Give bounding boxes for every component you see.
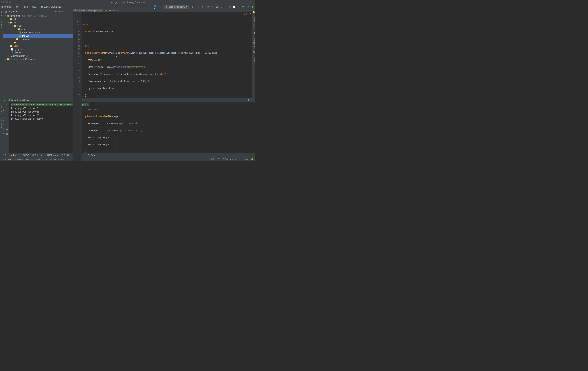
warning-icon: ⚠ (243, 13, 245, 15)
run-button[interactable]: ▶ (191, 6, 194, 8)
stop-button[interactable]: ■ (211, 6, 213, 8)
ide-update-icon[interactable]: ◐ (251, 6, 254, 8)
ide-settings-icon[interactable]: ⚙ (246, 6, 249, 8)
vcs-update-icon[interactable]: ↙ (220, 6, 223, 8)
close-tab-icon[interactable]: × (100, 9, 101, 11)
tool-todo[interactable]: ☰TODO (21, 154, 29, 156)
select-opened-file-icon[interactable]: ⊕ (55, 10, 57, 13)
vcs-rollback-icon[interactable]: ↶ (237, 6, 240, 8)
run-config-name[interactable]: LocalHistoryShow (11, 99, 29, 101)
project-tree[interactable]: ▾▣idea_use~/Desktop/个人/代码/idea_use ▸📁.id… (3, 14, 73, 98)
database-icon[interactable]: 🗄 (253, 32, 255, 34)
git-actions: Git: ↙ ✓ ↗ 🕓 ↶ (215, 6, 240, 8)
terminal-icon: ⌨ (47, 154, 50, 156)
tree-main[interactable]: ▾📁main (3, 24, 73, 28)
tree-root[interactable]: ▾▣idea_use~/Desktop/个人/代码/idea_use (3, 14, 73, 17)
editor-gutter[interactable]: 8 ▶9 10 ▶11 12 13 14 15 16 17 18 19 20 2… (73, 12, 82, 161)
todo-icon: ☰ (21, 154, 22, 156)
chevron-down-icon[interactable]: ▾ (16, 10, 17, 13)
breadcrumb-project[interactable]: idea_use (1, 6, 11, 8)
right-tool-stripe: 🔔 Notifications 🗄 Database m Maven (252, 9, 255, 98)
tool-git[interactable]: ⎇Git (2, 154, 8, 156)
branch-icon: ⎇ (2, 154, 4, 156)
prev-highlight-icon[interactable]: ˆ (249, 13, 249, 15)
breadcrumb-class[interactable]: CLocalHistoryShow (41, 6, 62, 8)
down-icon[interactable]: ↓ (7, 113, 8, 116)
hide-panel-icon[interactable]: — (69, 10, 71, 13)
tool-problems[interactable]: ⊘Problems (32, 154, 43, 156)
tool-profiler[interactable]: ◷Profiler (62, 154, 71, 156)
clear-icon[interactable]: 🗑 (6, 132, 8, 135)
tree-localhistoryshow[interactable]: CLocalHistoryShow (3, 31, 73, 34)
up-icon[interactable]: ↑ (7, 108, 8, 111)
play-icon: ▶ (11, 154, 12, 156)
class-icon: C (105, 10, 107, 11)
tree-target[interactable]: ▸📁target (3, 44, 73, 48)
search-everywhere-icon[interactable]: 🔍 (242, 6, 244, 8)
close-run-tab-icon[interactable]: × (30, 99, 31, 101)
tree-idea[interactable]: ▸📁.idea (3, 17, 73, 21)
tool-structure[interactable]: Structure (0, 106, 3, 114)
tool-project[interactable]: Project (0, 11, 3, 17)
maven-icon[interactable]: m (253, 51, 255, 53)
tree-test[interactable]: ▸📁test (3, 41, 73, 44)
tree-person[interactable]: CPerson (3, 34, 73, 38)
class-icon: C (166, 6, 168, 8)
tree-java[interactable]: ▾📁java (3, 28, 73, 31)
code-text[interactable]: */ new * public class LocalHistoryShow {… (82, 12, 252, 161)
soft-wrap-icon[interactable]: ⤶ (6, 118, 8, 120)
tool-commit[interactable]: Commit (0, 21, 3, 28)
tree-external-libraries[interactable]: ▸⫴External Libraries (3, 54, 73, 58)
project-panel-title[interactable]: Project (8, 10, 15, 13)
code-with-me-icon[interactable]: 👥▾ (154, 6, 157, 8)
vcs-push-icon[interactable]: ↗ (229, 6, 231, 8)
inspections-widget[interactable]: ⚠3 ˆ ˇ (243, 13, 251, 15)
profile-button[interactable]: ◷▾ (206, 6, 209, 8)
window-title: idea_use – LocalHistoryShow.java (111, 1, 145, 3)
notifications-icon[interactable]: 🔔 (252, 11, 255, 13)
tree-resources[interactable]: 📁resources (3, 38, 73, 41)
minimize-window-icon[interactable] (6, 1, 8, 3)
breadcrumb[interactable]: idea_use〉 src〉 main〉 java〉 CLocalHistory… (1, 5, 62, 8)
run-config-selector[interactable]: C LocalHistoryShow ▾ (164, 5, 189, 9)
collapse-all-icon[interactable]: ⇱ (62, 10, 64, 13)
tool-bookmarks[interactable]: Bookmarks (0, 117, 3, 128)
tool-terminal[interactable]: ⌨Terminal (47, 154, 58, 156)
rerun-failed-icon[interactable]: ↻ (6, 103, 8, 106)
debug-button[interactable]: 🐞 (196, 6, 199, 8)
code-editor[interactable]: ⚠3 ˆ ˇ 8 ▶9 10 ▶11 12 13 14 15 16 17 18 … (73, 12, 252, 161)
build-icon[interactable]: 🔨 (159, 6, 161, 8)
vcs-commit-icon[interactable]: ✓ (225, 6, 227, 8)
status-icon[interactable]: ▢ (2, 158, 4, 160)
tool-run[interactable]: ▶Run (11, 154, 17, 156)
close-window-icon[interactable] (2, 1, 4, 3)
print-icon[interactable]: 🖶 (6, 127, 8, 130)
breadcrumb-java[interactable]: java (32, 6, 36, 8)
project-tool-window: ▤ Project ▾ ⊕ ⇲ ⇱ ⚙ — ▾▣idea_use~/Deskto… (3, 9, 73, 98)
panel-settings-icon[interactable]: ⚙ (65, 10, 67, 13)
tree-src[interactable]: ▾📁src (3, 21, 73, 24)
run-gutter-icon[interactable]: ▶ (77, 20, 78, 23)
tool-database[interactable]: Database (253, 38, 255, 47)
tree-gitignore[interactable]: 📄.gitignore (3, 48, 73, 51)
tab-menu-icon[interactable]: ⋮ (248, 9, 252, 12)
breadcrumb-src[interactable]: src (15, 6, 18, 8)
scroll-end-icon[interactable]: ⤓ (6, 123, 8, 125)
mac-traffic-lights (0, 1, 11, 3)
run-gutter-icon[interactable]: ▶ (75, 30, 77, 34)
close-tab-icon[interactable]: × (120, 10, 122, 12)
next-highlight-icon[interactable]: ˇ (250, 13, 251, 15)
tool-notifications[interactable]: Notifications (253, 17, 255, 28)
tool-maven[interactable]: Maven (253, 57, 255, 63)
tree-scratches[interactable]: ▸📁Scratches and Consoles (3, 58, 73, 61)
vcs-history-icon[interactable]: 🕓 (233, 6, 235, 8)
class-icon: C (19, 31, 21, 34)
coverage-button[interactable]: ◉ (201, 6, 204, 8)
git-label: Git: (215, 6, 219, 8)
tree-pom[interactable]: mpom.xml (3, 51, 73, 54)
breadcrumb-main[interactable]: main (23, 6, 28, 8)
expand-all-icon[interactable]: ⇲ (59, 10, 61, 13)
tab-person[interactable]: CPerson.java× (103, 9, 124, 12)
zoom-window-icon[interactable] (9, 1, 11, 3)
tab-localhistoryshow[interactable]: CLocalHistoryShow.java× (73, 9, 103, 12)
